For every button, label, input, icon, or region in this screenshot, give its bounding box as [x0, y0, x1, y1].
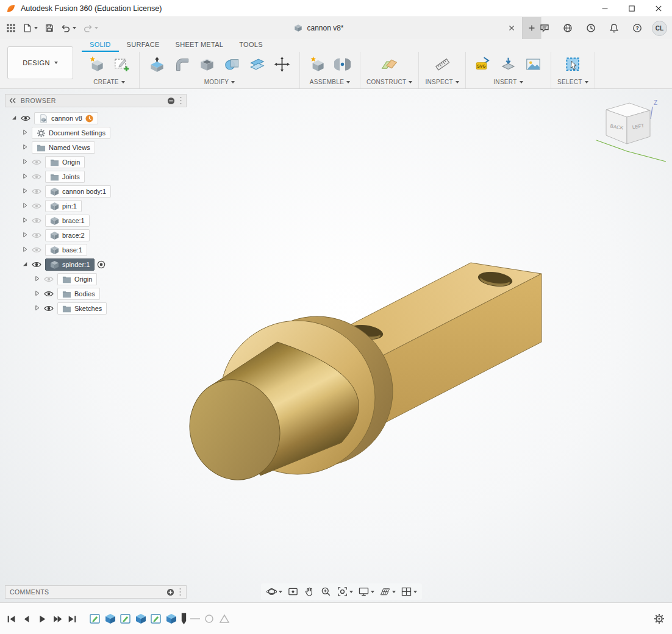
expand-twisty-icon[interactable]	[22, 158, 29, 166]
expand-twisty-icon[interactable]	[22, 144, 29, 151]
minimize-button[interactable]	[592, 0, 618, 16]
zoom-button[interactable]	[320, 586, 332, 597]
viewcube[interactable]: BACK LEFT Z	[593, 98, 670, 171]
combine-button[interactable]	[221, 53, 243, 76]
tab-solid[interactable]: SOLID	[82, 39, 119, 52]
insert-derive-button[interactable]	[497, 53, 520, 76]
browser-item-spinder-1[interactable]: spinder:1	[5, 257, 187, 272]
timeline-play-button[interactable]	[37, 614, 47, 624]
expand-twisty-icon[interactable]	[22, 129, 29, 137]
expand-twisty-icon[interactable]	[22, 217, 29, 224]
file-menu-button[interactable]	[20, 20, 40, 37]
browser-item-pill[interactable]: Document Settings	[32, 127, 110, 139]
collapse-panel-icon[interactable]	[9, 98, 16, 104]
extrude-feature[interactable]	[135, 613, 147, 625]
orbit-button[interactable]	[266, 586, 282, 597]
pan-button[interactable]	[304, 586, 315, 597]
browser-item-pill[interactable]: Origin	[45, 156, 85, 168]
visibility-eye-icon[interactable]	[32, 173, 43, 181]
move-copy-button[interactable]	[271, 53, 293, 76]
inspect-dropdown[interactable]: INSPECT	[425, 79, 459, 85]
help-icon[interactable]: ?	[630, 20, 645, 37]
insert-dropdown[interactable]: INSERT	[493, 79, 523, 85]
select-button[interactable]	[562, 53, 584, 76]
grid-display-button[interactable]	[379, 586, 396, 597]
timeline-go-to-end-button[interactable]	[67, 614, 77, 624]
visibility-eye-icon[interactable]	[44, 276, 55, 283]
web-icon[interactable]	[560, 20, 575, 37]
tab-tools[interactable]: TOOLS	[231, 39, 271, 52]
notifications-icon[interactable]	[607, 20, 621, 37]
browser-item-base-1[interactable]: base:1	[5, 243, 187, 257]
display-settings-button[interactable]	[358, 586, 374, 597]
look-at-button[interactable]	[287, 586, 299, 597]
browser-item-pill[interactable]: base:1	[45, 244, 87, 256]
collapse-twisty-icon[interactable]	[11, 115, 18, 122]
document-tab[interactable]: cannon v8*	[116, 17, 523, 39]
insert-svg-button[interactable]: SVG	[472, 53, 495, 76]
comments-panel[interactable]: COMMENTS	[5, 585, 187, 599]
feedback-icon[interactable]	[537, 20, 552, 37]
browser-item-origin[interactable]: Origin	[5, 272, 187, 287]
construction-plane-button[interactable]	[378, 53, 401, 76]
expand-twisty-icon[interactable]	[22, 173, 29, 180]
browser-item-cannon-body-1[interactable]: cannon body:1	[5, 184, 187, 199]
browser-item-pill[interactable]: Sketches	[57, 302, 107, 315]
expand-twisty-icon[interactable]	[22, 188, 29, 195]
assemble-dropdown[interactable]: ASSEMBLE	[310, 79, 350, 85]
browser-item-document-settings[interactable]: Document Settings	[5, 126, 187, 140]
browser-item-pill[interactable]: cannon body:1	[45, 185, 111, 198]
visibility-eye-icon[interactable]	[21, 115, 32, 123]
viewports-button[interactable]	[401, 586, 417, 597]
timeline-step-back-button[interactable]	[21, 614, 32, 624]
create-form-button[interactable]	[85, 53, 108, 76]
browser-item-pill[interactable]: Origin	[57, 273, 97, 285]
panel-grip-icon[interactable]	[179, 96, 182, 105]
browser-item-pill[interactable]: pin:1	[45, 200, 82, 212]
browser-item-pin-1[interactable]: pin:1	[5, 199, 187, 213]
expand-twisty-icon[interactable]	[34, 305, 41, 312]
measure-button[interactable]	[431, 53, 454, 76]
sketch-feature[interactable]	[89, 613, 101, 625]
fit-button[interactable]	[337, 586, 353, 597]
insert-canvas-button[interactable]	[522, 53, 545, 76]
visibility-eye-icon[interactable]	[44, 290, 55, 298]
timeline-step-forward-button[interactable]	[52, 614, 62, 624]
expand-twisty-icon[interactable]	[34, 290, 41, 297]
fillet-button[interactable]	[171, 53, 193, 76]
browser-header[interactable]: BROWSER	[5, 94, 187, 107]
sketch-feature[interactable]	[120, 613, 132, 625]
visibility-eye-icon[interactable]	[32, 158, 43, 166]
visibility-eye-icon[interactable]	[32, 202, 43, 210]
create-sketch-button[interactable]	[110, 53, 133, 76]
collapse-twisty-icon[interactable]	[22, 261, 29, 268]
extrude-feature[interactable]	[165, 613, 177, 625]
expand-twisty-icon[interactable]	[22, 232, 29, 239]
shell-button[interactable]	[196, 53, 218, 76]
save-button[interactable]	[42, 20, 57, 37]
expand-twisty-icon[interactable]	[34, 276, 41, 283]
browser-item-origin[interactable]: Origin	[5, 155, 187, 169]
construct-dropdown[interactable]: CONSTRUCT	[366, 79, 412, 85]
redo-button[interactable]	[80, 20, 101, 37]
expand-twisty-icon[interactable]	[22, 246, 29, 254]
browser-item-pill[interactable]: cannon v8	[34, 112, 98, 124]
new-component-button[interactable]	[306, 53, 329, 76]
workspace-selector[interactable]: DESIGN	[7, 46, 73, 79]
browser-item-pill[interactable]: Joints	[45, 171, 85, 183]
press-pull-button[interactable]	[146, 53, 168, 76]
timeline-go-to-start-button[interactable]	[6, 614, 16, 624]
browser-item-pill[interactable]: brace:1	[45, 215, 90, 227]
visibility-eye-icon[interactable]	[32, 261, 43, 269]
close-tab-button[interactable]	[507, 24, 516, 32]
browser-item-pill[interactable]: Named Views	[32, 141, 95, 154]
joint-button[interactable]	[331, 53, 354, 76]
job-status-icon[interactable]	[584, 20, 598, 37]
modify-dropdown[interactable]: MODIFY	[204, 79, 235, 85]
sketch-feature[interactable]	[150, 613, 162, 625]
timeline-settings-gear-icon[interactable]	[654, 613, 665, 624]
canvas[interactable]: BACK LEFT Z BROWSER cannon v8Document Se…	[0, 89, 672, 602]
browser-item-pill[interactable]: spinder:1	[45, 258, 95, 271]
browser-item-brace-1[interactable]: brace:1	[5, 213, 187, 228]
expand-comments-icon[interactable]	[166, 588, 174, 596]
